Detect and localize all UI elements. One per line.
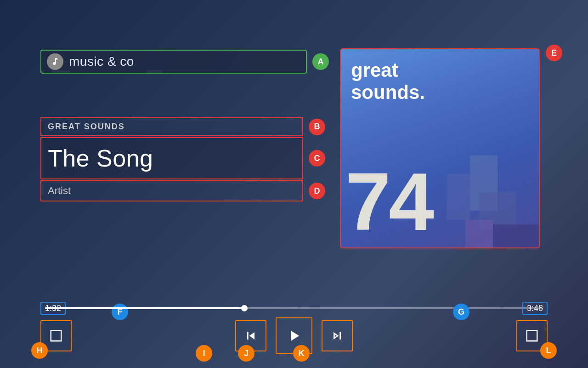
playlist-label: GREAT SOUNDS bbox=[48, 122, 125, 131]
next-button[interactable] bbox=[322, 320, 353, 351]
total-time: 3:48 bbox=[522, 302, 548, 315]
deco-rect3 bbox=[493, 224, 539, 247]
badge-b: B bbox=[309, 119, 325, 135]
badge-a: A bbox=[312, 53, 329, 70]
deco-rect5 bbox=[465, 220, 493, 247]
progress-row: 1:32 F G 3:48 bbox=[40, 307, 548, 309]
album-art: great sounds. 74 bbox=[340, 48, 540, 248]
progress-fill bbox=[45, 307, 244, 309]
search-bar-area: music & co A bbox=[40, 50, 329, 74]
extra-left-icon bbox=[49, 329, 63, 343]
album-title-line2: sounds. bbox=[351, 81, 425, 103]
deco-rect4 bbox=[447, 174, 470, 220]
artist-name: Artist bbox=[48, 185, 71, 196]
extra-right-icon bbox=[525, 329, 539, 343]
search-text-value: music & co bbox=[69, 54, 134, 69]
playlist-box: GREAT SOUNDS bbox=[40, 117, 303, 136]
artist-row: Artist D bbox=[40, 180, 325, 201]
play-icon bbox=[285, 327, 303, 345]
badge-e: E bbox=[546, 45, 562, 61]
svg-rect-0 bbox=[51, 331, 62, 341]
song-box: The Song bbox=[40, 137, 303, 179]
badge-l: L bbox=[540, 342, 557, 359]
progress-thumb bbox=[241, 305, 248, 311]
badge-k: K bbox=[293, 345, 310, 362]
music-icon bbox=[47, 53, 63, 70]
controls-area: 1:32 F G 3:48 H bbox=[40, 307, 548, 354]
next-icon bbox=[330, 328, 345, 343]
prev-icon bbox=[243, 328, 258, 343]
info-panel: GREAT SOUNDS B The Song C Artist D bbox=[40, 117, 325, 201]
playlist-row: GREAT SOUNDS B bbox=[40, 117, 325, 136]
buttons-row: H L I J K bbox=[40, 317, 548, 354]
badge-c: C bbox=[309, 150, 325, 167]
album-title-line1: great bbox=[351, 59, 398, 81]
music-note-svg bbox=[51, 57, 60, 66]
album-art-inner: great sounds. 74 bbox=[341, 49, 539, 247]
album-number: 74 bbox=[345, 161, 432, 243]
song-row: The Song C bbox=[40, 137, 325, 179]
song-title: The Song bbox=[48, 145, 153, 172]
badge-d: D bbox=[309, 183, 325, 199]
artist-box: Artist bbox=[40, 180, 303, 201]
badge-j: J bbox=[238, 345, 254, 362]
search-input-box[interactable]: music & co bbox=[40, 50, 307, 74]
badge-h: H bbox=[31, 342, 48, 359]
album-title: great sounds. bbox=[351, 59, 425, 104]
badge-i: I bbox=[196, 345, 212, 362]
svg-rect-1 bbox=[527, 331, 537, 341]
